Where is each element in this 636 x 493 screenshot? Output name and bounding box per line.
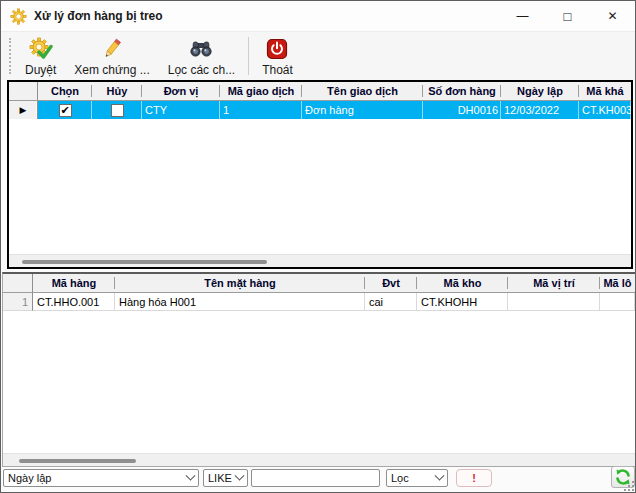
app-window: Xử lý đơn hàng bị treo — □ ✕ xyxy=(0,0,636,493)
filter-documents-button[interactable]: Lọc các ch... xyxy=(159,32,244,80)
approve-button[interactable]: Duyệt xyxy=(16,32,65,80)
items-grid: Mã hàng Tên mặt hàng Đvt Mã kho Mã vị tr… xyxy=(2,272,636,467)
minimize-button[interactable]: — xyxy=(500,1,545,31)
chevron-down-icon xyxy=(435,470,445,480)
orders-horizontal-scrollbar[interactable] xyxy=(9,254,631,267)
filter-documents-button-label: Lọc các ch... xyxy=(168,63,235,77)
window-title: Xử lý đơn hàng bị treo xyxy=(34,9,163,23)
orders-header-don-vi[interactable]: Đơn vị xyxy=(142,82,220,100)
cancel-checkbox[interactable] xyxy=(111,104,124,117)
toolbar-separator xyxy=(248,37,249,75)
power-icon xyxy=(266,36,288,62)
cell-ma-vi-tri[interactable] xyxy=(508,293,600,311)
items-header-ma-hang[interactable]: Mã hàng xyxy=(33,274,115,292)
select-checkbox[interactable]: ✔ xyxy=(59,104,72,117)
close-button[interactable]: ✕ xyxy=(590,1,635,31)
exit-button[interactable]: Thoát xyxy=(253,32,302,80)
current-row-indicator[interactable]: ▶ xyxy=(9,101,38,119)
items-header-ten-mat-hang[interactable]: Tên mặt hàng xyxy=(115,274,365,292)
filter-warning-button[interactable]: ! xyxy=(456,469,492,487)
orders-scrollbar-thumb[interactable] xyxy=(22,260,267,264)
chevron-down-icon xyxy=(186,470,196,480)
cell-ma-kho[interactable]: CT.KHOHH xyxy=(417,293,508,311)
filter-field-value: Ngày lập xyxy=(8,472,187,484)
resize-grip[interactable] xyxy=(624,481,634,491)
view-document-button-label: Xem chứng ... xyxy=(74,63,149,77)
orders-header-so-don-hang[interactable]: Số đơn hàng xyxy=(423,82,501,100)
chevron-down-icon xyxy=(235,470,245,480)
orders-header-selector xyxy=(9,82,38,100)
items-header-ma-kho[interactable]: Mã kho xyxy=(417,274,508,292)
app-gear-icon xyxy=(10,8,27,25)
toolbar-grip-handle[interactable] xyxy=(9,38,12,74)
orders-header-ngay-lap[interactable]: Ngày lập xyxy=(501,82,579,100)
cell-ngay-lap[interactable]: 12/03/2022 xyxy=(501,101,579,119)
orders-grid: Chọn Hủy Đơn vị Mã giao dịch Tên giao dị… xyxy=(7,80,633,269)
filter-operator-select[interactable]: LIKE xyxy=(203,469,248,487)
cell-ten-giao-dich[interactable]: Đơn hàng xyxy=(302,101,423,119)
orders-grid-header: Chọn Hủy Đơn vị Mã giao dịch Tên giao dị… xyxy=(9,82,631,101)
cell-ten-mat-hang[interactable]: Hàng hóa H001 xyxy=(115,293,365,311)
cancel-checkbox-cell[interactable] xyxy=(92,101,142,119)
filter-operator-value: LIKE xyxy=(208,472,236,484)
filter-action-value: Lọc xyxy=(391,472,436,484)
cell-so-don-hang[interactable]: DH0016 xyxy=(423,101,501,119)
gear-check-icon xyxy=(29,36,53,62)
binoculars-icon xyxy=(189,36,213,62)
items-header-dvt[interactable]: Đvt xyxy=(365,274,417,292)
orders-table-row[interactable]: ▶ ✔ CTY 1 Đơn hàng DH0016 12/03/2022 CT.… xyxy=(9,101,631,119)
items-scrollbar-thumb[interactable] xyxy=(19,459,136,463)
orders-header-ma-giao-dich[interactable]: Mã giao dịch xyxy=(220,82,302,100)
view-document-button[interactable]: Xem chứng ... xyxy=(65,32,158,80)
pencil-icon xyxy=(100,36,124,62)
cell-ma-lo[interactable] xyxy=(600,293,635,311)
cell-don-vi[interactable]: CTY xyxy=(142,101,220,119)
item-row-number[interactable]: 1 xyxy=(3,293,33,311)
cell-ma-khach[interactable]: CT.KH003 xyxy=(579,101,631,119)
items-horizontal-scrollbar[interactable] xyxy=(3,453,635,466)
filter-bar: Ngày lập LIKE Lọc ! xyxy=(1,469,635,489)
filter-action-select[interactable]: Lọc xyxy=(386,469,448,487)
maximize-button[interactable]: □ xyxy=(545,1,590,31)
items-header-ma-vi-tri[interactable]: Mã vị trí xyxy=(508,274,600,292)
filter-value-input[interactable] xyxy=(251,469,380,487)
items-header-ma-lo[interactable]: Mã lô xyxy=(600,274,635,292)
items-table-row[interactable]: 1 CT.HHO.001 Hàng hóa H001 cai CT.KHOHH xyxy=(3,293,635,311)
title-bar[interactable]: Xử lý đơn hàng bị treo — □ ✕ xyxy=(1,1,635,31)
select-checkbox-cell[interactable]: ✔ xyxy=(38,101,92,119)
cell-ma-giao-dich[interactable]: 1 xyxy=(220,101,302,119)
orders-header-chon[interactable]: Chọn xyxy=(38,82,92,100)
orders-header-ma-khach[interactable]: Mã khá xyxy=(579,82,631,100)
cell-dvt[interactable]: cai xyxy=(365,293,417,311)
exit-button-label: Thoát xyxy=(262,63,293,77)
toolbar: Duyệt Xem chứng ... xyxy=(1,31,635,80)
cell-ma-hang[interactable]: CT.HHO.001 xyxy=(33,293,115,311)
items-header-selector xyxy=(3,274,33,292)
filter-field-select[interactable]: Ngày lập xyxy=(3,469,199,487)
items-grid-header: Mã hàng Tên mặt hàng Đvt Mã kho Mã vị tr… xyxy=(3,274,635,293)
orders-header-ten-giao-dich[interactable]: Tên giao dịch xyxy=(302,82,423,100)
approve-button-label: Duyệt xyxy=(25,63,56,77)
orders-header-huy[interactable]: Hủy xyxy=(92,82,142,100)
